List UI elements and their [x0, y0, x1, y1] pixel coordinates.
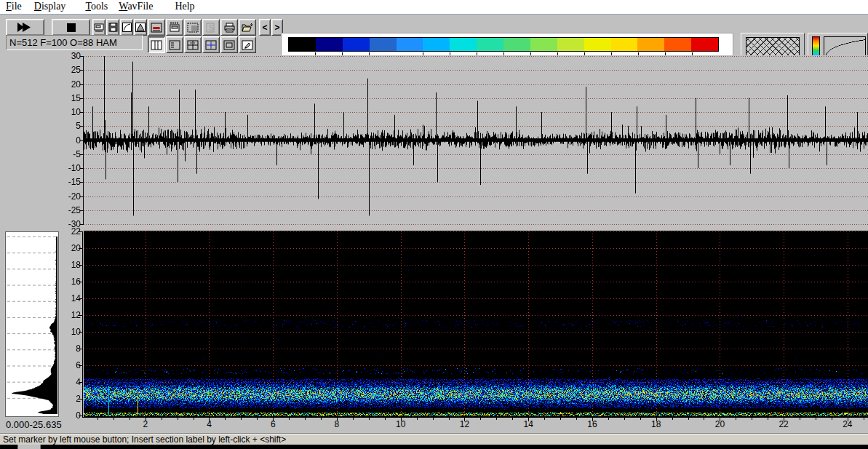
spectrogram-y-tick — [79, 332, 82, 333]
waveform-y-tick-label: 25 — [60, 65, 81, 75]
spectrogram-x-tick — [337, 418, 338, 421]
spectrogram-y-tick-label: 12 — [60, 310, 81, 320]
prev-arrow-label: < — [262, 23, 267, 33]
spectrogram-x-tick — [784, 418, 784, 421]
waveform-y-tick-label: -5 — [60, 149, 81, 159]
waveform-y-tick-label: 0 — [60, 135, 81, 146]
save-button[interactable] — [106, 19, 119, 36]
spectrogram-y-tick — [79, 416, 82, 416]
stop-button[interactable] — [52, 19, 90, 36]
spectrogram-plot[interactable] — [84, 231, 868, 417]
spectrogram-x-tick — [496, 418, 497, 420]
spectrogram-y-tick-label: 14 — [60, 293, 81, 303]
spectrogram-y-tick — [79, 298, 82, 299]
time-scale-button[interactable] — [166, 19, 183, 36]
spectrogram-y-tick-label: 6 — [60, 360, 81, 370]
spectrum-display-button[interactable] — [134, 19, 147, 36]
spectrogram-y-tick-label: 22 — [60, 226, 81, 237]
spectrogram-x-tick — [464, 418, 465, 421]
next-arrow-label: > — [274, 23, 279, 33]
spectrogram-x-tick — [225, 418, 226, 420]
colorbar-segment-1 — [316, 38, 343, 51]
waveform-y-tick — [80, 154, 83, 155]
db-colorbar — [288, 37, 719, 52]
spectrogram-y-tick — [79, 399, 82, 400]
transfer-curve-button[interactable] — [120, 19, 133, 36]
spectrogram-x-tick — [178, 418, 178, 420]
spectrogram-y-tick-label: 0 — [60, 410, 81, 421]
waveform-plot[interactable] — [84, 55, 868, 226]
menu-file[interactable]: File — [6, 0, 22, 14]
average-spectrum-panel[interactable] — [5, 231, 59, 417]
spectrogram-y-tick — [79, 248, 82, 249]
waveform-y-tick — [80, 182, 83, 183]
bottom-window-tab[interactable] — [17, 445, 41, 449]
layout-vertical-button[interactable] — [148, 36, 165, 53]
colorbar-segment-10 — [557, 38, 584, 51]
waveform-y-tick — [80, 140, 83, 141]
spectrogram-x-tick — [449, 418, 450, 420]
play-button[interactable] — [6, 19, 44, 36]
layout-inner-frame-button[interactable] — [220, 36, 238, 53]
annotate-pencil-icon — [242, 40, 253, 50]
spectrogram-y-axis — [82, 231, 83, 417]
layout-left-rule-icon — [169, 40, 180, 50]
colorbar-segment-12 — [611, 38, 638, 51]
spectrogram-y-tick — [79, 315, 82, 316]
spectrogram-x-tick — [576, 418, 577, 420]
layout-left-rule-button[interactable] — [166, 36, 183, 53]
layout-grid-cross-button[interactable] — [202, 36, 220, 53]
menu-display[interactable]: Display — [34, 0, 66, 14]
audio-device-button[interactable] — [92, 19, 105, 36]
spectrogram-x-tick — [353, 418, 354, 420]
spectrogram-y-tick — [79, 265, 82, 266]
prev-button[interactable]: < — [259, 19, 271, 36]
time-scale-icon — [169, 22, 180, 33]
open-file-button[interactable] — [239, 19, 256, 36]
waveform-y-tick — [80, 210, 83, 211]
print-icon — [223, 23, 236, 33]
colorbar-segment-8 — [503, 38, 530, 51]
spectrogram-x-tick — [321, 418, 322, 420]
spectrogram-x-tick — [720, 418, 720, 421]
save-icon — [108, 23, 118, 32]
spectrogram-x-tick — [114, 418, 114, 420]
spectrogram-x-tick — [480, 418, 481, 420]
spectrogram-y-tick-label: 20 — [60, 243, 81, 253]
play-icon — [16, 22, 35, 33]
spectrogram-y-tick-label: 2 — [60, 394, 81, 404]
display-section-button[interactable] — [148, 19, 165, 36]
colorbar-segment-6 — [450, 38, 477, 51]
spectrogram-x-tick — [209, 418, 210, 421]
colorbar-segment-5 — [423, 38, 450, 51]
transfer-curve-icon — [122, 23, 132, 32]
waveform-y-tick-label: -20 — [60, 191, 81, 202]
layout-grid-button[interactable] — [184, 36, 202, 53]
time-range-label: 0.000-25.635 — [6, 419, 62, 430]
waveform-y-tick — [80, 196, 83, 197]
average-spectrum-plot — [6, 232, 58, 416]
toolbar: S < > N=512 F=100 O=88 HAM — [0, 15, 868, 53]
waveform-y-tick-label: -25 — [60, 205, 81, 215]
spectrogram-y-tick — [79, 382, 82, 383]
menu-tools[interactable]: Tools — [85, 0, 108, 14]
menu-help[interactable]: Help — [175, 0, 194, 14]
spectrogram-x-tick — [528, 418, 529, 421]
annotate-button[interactable] — [239, 36, 256, 53]
spectrogram-y-tick-label: 18 — [60, 260, 81, 270]
waveform-y-tick — [80, 84, 83, 85]
colorbar-segment-15 — [691, 38, 718, 51]
menu-wavfile[interactable]: WavFile — [119, 0, 153, 14]
spectrogram-y-tick — [79, 349, 82, 349]
spectrogram-x-tick — [369, 418, 370, 420]
waveform-y-tick-label: 5 — [60, 121, 81, 131]
waveform-y-tick — [80, 112, 83, 113]
colorbar-segment-2 — [343, 38, 370, 51]
print-button[interactable] — [220, 19, 238, 36]
spectrogram-y-tick — [79, 282, 82, 282]
shade-region-button[interactable] — [184, 19, 202, 36]
spectrogram-app-window: FileDisplayToolsWavFileHelp — [0, 0, 868, 449]
spectrogram-y-tick — [79, 365, 82, 366]
spectrogram-x-tick — [736, 418, 736, 420]
spectrogram-x-tick — [752, 418, 752, 420]
